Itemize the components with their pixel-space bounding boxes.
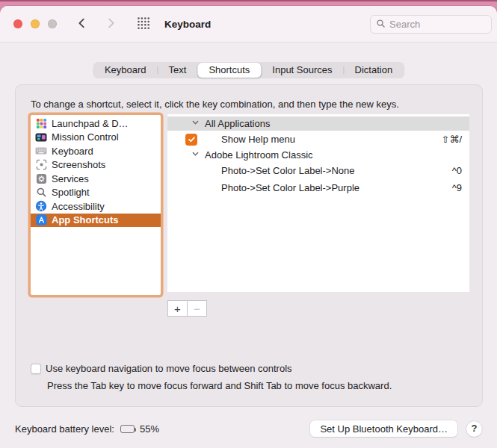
tab-label: Input Sources (272, 64, 332, 75)
shortcuts-table: All Applications Show Help menu ⇧⌘/ Adob… (167, 114, 469, 292)
add-shortcut-button[interactable]: + (167, 300, 188, 317)
titlebar: Keyboard (0, 6, 497, 43)
desktop: Keyboard KeyboardTextShortcutsInput Sour… (0, 0, 497, 448)
sidebar-item-label: Keyboard (52, 146, 93, 157)
battery-percent: 55% (140, 423, 159, 435)
show-all-button[interactable] (133, 15, 154, 33)
keyboard-navigation-option: Use keyboard navigation to move focus be… (31, 363, 292, 374)
minimize-button[interactable] (31, 19, 40, 28)
shortcut-action-label: Show Help menu (221, 134, 295, 145)
shortcut-row[interactable]: Photo->Set Color Label->Purple ^9 (167, 179, 469, 196)
app-list: Launchpad & D… Mission Control Keyboard … (31, 115, 161, 295)
sidebar-item-app-shortcuts[interactable]: App Shortcuts (31, 214, 161, 228)
sidebar-item-label: Spotlight (52, 187, 90, 198)
shortcut-key-combo: ^9 (452, 182, 462, 193)
sidebar-item-label: Screenshots (52, 159, 105, 170)
sidebar-item-label: Accessibility (52, 201, 105, 212)
sidebar-item-keyboard[interactable]: Keyboard (31, 144, 161, 158)
shortcut-group-label: Adobe Lightroom Classic (205, 149, 313, 161)
sidebar-item-label: Services (52, 173, 89, 184)
spotlight-icon (35, 187, 47, 199)
search-field[interactable] (370, 15, 492, 34)
tab-bar: KeyboardTextShortcutsInput SourcesDictat… (93, 62, 404, 78)
search-input[interactable] (389, 19, 479, 30)
tab-label: Text (169, 64, 187, 75)
search-icon (376, 19, 386, 31)
setup-bluetooth-keyboard-button[interactable]: Set Up Bluetooth Keyboard… (310, 420, 457, 437)
keyboard-navigation-label: Use keyboard navigation to move focus be… (46, 363, 292, 374)
shortcut-enabled-checkbox[interactable] (185, 134, 197, 146)
shortcut-group-header[interactable]: All Applications (167, 116, 469, 131)
footer-bar: Keyboard battery level: 55% Set Up Bluet… (0, 420, 497, 438)
shortcut-row[interactable]: Photo->Set Color Label->None ^0 (167, 162, 469, 179)
tab-label: Keyboard (105, 64, 146, 75)
keyboard-navigation-subtext: Press the Tab key to move focus forward … (47, 380, 392, 391)
keyboard-icon (35, 145, 47, 157)
shortcut-group-header[interactable]: Adobe Lightroom Classic (167, 148, 469, 162)
chevron-right-icon (104, 16, 117, 32)
battery-label: Keyboard battery level: (15, 423, 114, 435)
grid-icon (137, 16, 150, 32)
shortcut-row[interactable]: Show Help menu ⇧⌘/ (167, 131, 469, 148)
screenshots-icon (35, 159, 47, 171)
sidebar-item-label: Launchpad & D… (52, 118, 129, 129)
sidebar-item-label: Mission Control (52, 131, 119, 143)
shortcut-key-combo: ⇧⌘/ (441, 134, 462, 145)
chevron-down-icon (191, 118, 200, 129)
sidebar-item-label: App Shortcuts (52, 214, 119, 225)
tab-dictation[interactable]: Dictation (344, 63, 404, 78)
forward-button[interactable] (100, 15, 121, 33)
chevron-left-icon (75, 16, 89, 32)
keyboard-navigation-checkbox[interactable] (31, 364, 41, 374)
shortcuts-groupbox: To change a shortcut, select it, click t… (15, 84, 483, 407)
help-button[interactable]: ? (466, 421, 482, 437)
sidebar-item-screenshots[interactable]: Screenshots (31, 158, 161, 172)
tab-text[interactable]: Text (158, 63, 198, 78)
system-preferences-window: Keyboard KeyboardTextShortcutsInput Sour… (0, 6, 497, 448)
remove-shortcut-button[interactable]: − (187, 300, 207, 317)
tab-label: Shortcuts (209, 64, 250, 75)
back-button[interactable] (72, 15, 93, 33)
instruction-text: To change a shortcut, select it, click t… (31, 99, 399, 110)
battery-icon (120, 425, 135, 433)
tab-keyboard[interactable]: Keyboard (93, 63, 158, 78)
tab-label: Dictation (355, 64, 393, 75)
chevron-down-icon (191, 149, 200, 161)
sidebar-item-accessibility[interactable]: Accessibility (31, 199, 161, 214)
sidebar-item-mission-control[interactable]: Mission Control (31, 131, 161, 145)
add-remove-controls: + − (167, 300, 207, 317)
shortcut-action-label: Photo->Set Color Label->Purple (221, 182, 359, 193)
shortcut-key-combo: ^0 (452, 165, 462, 176)
window-title: Keyboard (164, 19, 211, 30)
tab-input-sources[interactable]: Input Sources (261, 63, 343, 78)
sidebar-item-spotlight[interactable]: Spotlight (31, 186, 161, 200)
services-icon (35, 172, 47, 184)
traffic-lights (13, 19, 57, 28)
app-shortcuts-icon (35, 214, 47, 226)
shortcut-group-label: All Applications (205, 118, 270, 129)
mission-control-icon (35, 131, 47, 143)
shortcut-action-label: Photo->Set Color Label->None (221, 165, 355, 176)
sidebar-item-services[interactable]: Services (31, 172, 161, 186)
tab-shortcuts[interactable]: Shortcuts (197, 63, 261, 78)
accessibility-icon (35, 200, 47, 212)
zoom-button-disabled (48, 19, 57, 28)
close-button[interactable] (13, 19, 22, 28)
launchpad-icon (35, 117, 47, 129)
sidebar-item-launchpad-d[interactable]: Launchpad & D… (31, 116, 161, 131)
